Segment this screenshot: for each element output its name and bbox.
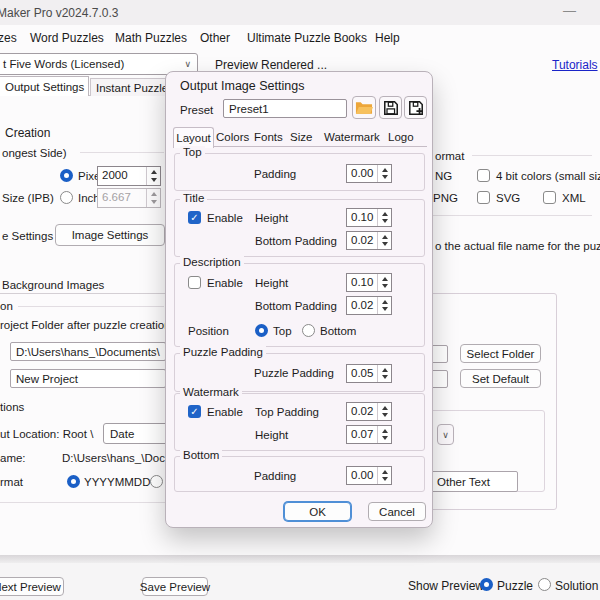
puzzle-padding-spinner[interactable]: 0.05 <box>346 364 392 383</box>
spin-up-icon[interactable] <box>382 168 388 172</box>
bottom-bar: Next Preview Save Preview Show Preview: … <box>0 563 600 600</box>
menu-item-other[interactable]: Other <box>200 31 230 45</box>
description-bottom-padding-value: 0.02 <box>347 297 377 314</box>
next-preview-button[interactable]: Next Preview <box>0 577 64 596</box>
menu-item-help[interactable]: Help <box>375 31 400 45</box>
spinner-arrows[interactable] <box>377 232 391 249</box>
spinner-arrows[interactable] <box>377 403 391 420</box>
description-enable-checkbox[interactable] <box>188 276 201 289</box>
title-enable-label: Enable <box>207 212 243 224</box>
save-preset-button[interactable] <box>379 96 402 119</box>
spin-down-icon[interactable] <box>382 413 388 417</box>
spin-down-icon[interactable] <box>382 242 388 246</box>
tutorials-link[interactable]: Tutorials <box>552 58 598 72</box>
xml-checkbox[interactable] <box>543 191 556 204</box>
spinner-arrows[interactable] <box>377 165 391 182</box>
svg-checkbox[interactable] <box>477 191 490 204</box>
spinner-arrows[interactable] <box>377 274 391 291</box>
spin-down-icon[interactable] <box>382 175 388 179</box>
spin-up-icon[interactable] <box>151 170 157 174</box>
menu-item-ultimate-puzzle-books[interactable]: Ultimate Puzzle Books <box>247 31 367 45</box>
menu-item-puzzles[interactable]: zes <box>0 31 17 45</box>
dialog-tab-layout[interactable]: Layout <box>173 127 214 148</box>
spinner-arrows[interactable] <box>146 189 160 207</box>
spin-up-icon[interactable] <box>382 429 388 433</box>
spin-up-icon[interactable] <box>382 235 388 239</box>
pixels-spinner[interactable]: 2000 <box>97 166 161 186</box>
watermark-combobox-chevron[interactable]: ∨ <box>437 424 454 445</box>
preset-input[interactable]: Preset1 <box>223 99 347 118</box>
description-height-spinner[interactable]: 0.10 <box>346 273 392 292</box>
minimize-icon[interactable]: — <box>563 3 576 18</box>
spin-down-icon[interactable] <box>151 178 157 182</box>
top-group-label: Top <box>180 146 205 158</box>
position-top-radio[interactable] <box>255 324 268 337</box>
spinner-arrows[interactable] <box>377 297 391 314</box>
watermark-height-spinner[interactable]: 0.07 <box>346 425 392 444</box>
spin-down-icon[interactable] <box>382 219 388 223</box>
spin-down-icon[interactable] <box>382 477 388 481</box>
dialog-tab-watermark[interactable]: Watermark <box>324 131 380 143</box>
watermark-enable-label: Enable <box>207 406 243 418</box>
inches-radio[interactable] <box>60 191 73 204</box>
ok-button[interactable]: OK <box>284 502 351 521</box>
tab-output-settings[interactable]: Output Settings <box>0 76 89 96</box>
spinner-arrows[interactable] <box>377 209 391 226</box>
spin-up-icon[interactable] <box>151 192 157 196</box>
bottom-padding-spinner[interactable]: 0.00 <box>346 466 392 485</box>
other-format-radio[interactable] <box>150 475 163 488</box>
watermark-enable-checkbox[interactable]: ✓ <box>188 405 201 418</box>
dialog-tab-size[interactable]: Size <box>290 131 312 143</box>
spin-down-icon[interactable] <box>382 375 388 379</box>
description-bottom-padding-spinner[interactable]: 0.02 <box>346 296 392 315</box>
creation-label: Creation <box>5 126 50 140</box>
spin-up-icon[interactable] <box>382 406 388 410</box>
cancel-button-label: Cancel <box>379 506 415 518</box>
spin-down-icon[interactable] <box>382 307 388 311</box>
image-settings-button[interactable]: Image Settings <box>55 224 165 246</box>
select-folder-button[interactable]: Select Folder <box>460 344 541 363</box>
background-images-tab[interactable]: Background Images <box>2 279 104 291</box>
spin-down-icon[interactable] <box>382 284 388 288</box>
spin-up-icon[interactable] <box>382 368 388 372</box>
pixels-radio[interactable] <box>60 169 73 182</box>
top-padding-spinner[interactable]: 0.00 <box>346 164 392 183</box>
spin-down-icon[interactable] <box>151 200 157 204</box>
title-bottom-padding-spinner[interactable]: 0.02 <box>346 231 392 250</box>
spinner-arrows[interactable] <box>377 365 391 382</box>
title-enable-checkbox[interactable]: ✓ <box>188 211 201 224</box>
open-preset-button[interactable] <box>352 96 376 119</box>
menu-item-word-puzzles[interactable]: Word Puzzles <box>30 31 104 45</box>
spinner-arrows[interactable] <box>377 426 391 443</box>
spinner-arrows[interactable] <box>146 167 160 185</box>
save-preview-button[interactable]: Save Preview <box>142 577 208 596</box>
puzzle-padding-group-label: Puzzle Padding <box>180 346 266 358</box>
spin-up-icon[interactable] <box>382 470 388 474</box>
four-bit-checkbox[interactable] <box>477 169 490 182</box>
spinner-arrows[interactable] <box>377 467 391 484</box>
spin-up-icon[interactable] <box>382 212 388 216</box>
dialog-tab-fonts[interactable]: Fonts <box>254 131 283 143</box>
set-default-button[interactable]: Set Default <box>460 369 541 388</box>
preview-puzzle-radio[interactable] <box>480 578 493 591</box>
four-bit-label: 4 bit colors (small size) <box>496 170 600 182</box>
dialog-tab-colors[interactable]: Colors <box>216 131 249 143</box>
tab-instant-puzzle-books[interactable]: Instant Puzzle Boo <box>90 78 168 96</box>
project-path-field[interactable]: D:\Users\hans_\Documents\ <box>10 342 166 361</box>
project-name-field[interactable]: New Project <box>10 369 166 388</box>
menu-item-math-puzzles[interactable]: Math Puzzles <box>115 31 187 45</box>
inches-spinner[interactable]: 6.667 <box>97 188 161 208</box>
other-text-field[interactable]: Other Text <box>431 471 518 492</box>
position-bottom-radio[interactable] <box>302 324 315 337</box>
watermark-top-padding-spinner[interactable]: 0.02 <box>346 402 392 421</box>
spin-down-icon[interactable] <box>382 436 388 440</box>
preview-solution-radio[interactable] <box>538 578 551 591</box>
spin-up-icon[interactable] <box>382 277 388 281</box>
date-combobox[interactable]: Date <box>103 423 173 444</box>
yyyymmdd-radio[interactable] <box>67 475 80 488</box>
spin-up-icon[interactable] <box>382 300 388 304</box>
dialog-tab-logo[interactable]: Logo <box>388 131 414 143</box>
save-preset-as-button[interactable] <box>404 96 427 119</box>
title-height-spinner[interactable]: 0.10 <box>346 208 392 227</box>
cancel-button[interactable]: Cancel <box>368 502 426 521</box>
